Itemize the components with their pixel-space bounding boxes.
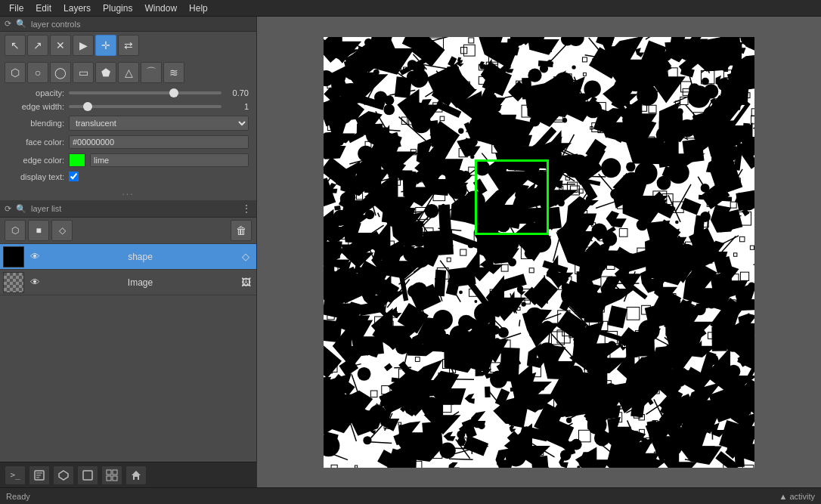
edge-width-label: edge width:: [8, 102, 64, 111]
main-content: ⟳ 🔍 layer controls ↖ ↗ ✕ ▶ ✛ ⇄ ⬡ ○ ◯ ▭ ⬟…: [0, 17, 821, 487]
display-text-row: display text:: [0, 169, 256, 184]
path-btn[interactable]: ≋: [163, 62, 184, 83]
terminal-btn[interactable]: >_: [5, 465, 26, 485]
tool-row-2: ⬡ ○ ◯ ▭ ⬟ △ ⌒ ≋: [0, 59, 256, 86]
edge-width-slider[interactable]: [69, 105, 222, 108]
add-vector-btn[interactable]: ◇: [51, 220, 73, 241]
add-shape-btn[interactable]: ⬡: [5, 62, 26, 83]
more-button[interactable]: ...: [0, 184, 256, 200]
delete-shape-btn[interactable]: ✕: [50, 35, 71, 56]
svg-rect-9: [113, 476, 117, 481]
canvas-container: [324, 37, 754, 468]
opacity-label: opacity:: [8, 88, 64, 97]
layer-image-name: Image: [45, 277, 235, 288]
layer-shape[interactable]: 👁 shape ◇: [0, 244, 256, 270]
status-right: ▲ activity: [779, 492, 815, 501]
script-btn[interactable]: [29, 465, 50, 485]
add-shape-layer-btn[interactable]: ■: [28, 220, 49, 241]
3d-btn[interactable]: [53, 465, 74, 485]
display-text-label: display text:: [8, 172, 64, 181]
menu-layers[interactable]: Layers: [57, 2, 97, 15]
menu-edit[interactable]: Edit: [29, 2, 57, 15]
layer-list-panel: ⟳ 🔍 layer list ⋮ ⬡ ■ ◇ 🗑 👁 shape ◇: [0, 200, 256, 462]
home-btn[interactable]: [125, 465, 147, 485]
menubar: File Edit Layers Plugins Window Help: [0, 0, 821, 17]
freehand-btn[interactable]: △: [118, 62, 139, 83]
status-text: Ready: [6, 492, 30, 501]
brush-btn[interactable]: ⌒: [141, 62, 162, 83]
menu-file[interactable]: File: [3, 2, 29, 15]
refresh-icon[interactable]: ⟳: [5, 19, 11, 29]
ll-refresh-icon[interactable]: ⟳: [5, 204, 11, 214]
layer-image-thumb: [3, 272, 24, 293]
subtract-btn[interactable]: ○: [27, 62, 48, 83]
edge-width-row: edge width: 1: [0, 100, 256, 113]
layer-shape-type-icon: ◇: [238, 249, 253, 264]
layer-list-label: layer list: [31, 204, 61, 213]
menu-plugins[interactable]: Plugins: [97, 2, 138, 15]
layer-list-toolbar: ⬡ ■ ◇ 🗑: [0, 218, 256, 244]
layer-list-dots[interactable]: ⋮: [241, 203, 252, 215]
blending-row: blending: translucent opaque additive mi…: [0, 113, 256, 133]
left-panel: ⟳ 🔍 layer controls ↖ ↗ ✕ ▶ ✛ ⇄ ⬡ ○ ◯ ▭ ⬟…: [0, 17, 257, 487]
main-canvas[interactable]: [324, 37, 754, 468]
svg-rect-8: [107, 476, 111, 481]
menu-help[interactable]: Help: [183, 2, 214, 15]
face-color-label: face color:: [8, 138, 64, 147]
add-points-btn[interactable]: ⬡: [5, 220, 26, 241]
edge-width-value: 1: [226, 102, 249, 111]
grid-btn[interactable]: [101, 465, 122, 485]
display-text-checkbox[interactable]: [69, 172, 79, 181]
layer-image-type-icon: 🖼: [238, 275, 253, 290]
pan-btn[interactable]: ✛: [95, 35, 116, 56]
opacity-row: opacity: 0.70: [0, 86, 256, 100]
activity-label[interactable]: ▲ activity: [779, 492, 815, 501]
layer-image[interactable]: 👁 Image 🖼: [0, 270, 256, 295]
status-bar: Ready ▲ activity: [0, 487, 821, 504]
canvas-area[interactable]: [257, 17, 821, 487]
menu-window[interactable]: Window: [138, 2, 183, 15]
rectangle-btn[interactable]: ▭: [73, 62, 94, 83]
ellipse-btn[interactable]: ◯: [50, 62, 71, 83]
search-icon[interactable]: 🔍: [16, 19, 26, 29]
layer-shape-visibility[interactable]: 👁: [27, 249, 42, 264]
layer-shape-name: shape: [45, 252, 235, 262]
layer-controls-panel: ⟳ 🔍 layer controls ↖ ↗ ✕ ▶ ✛ ⇄ ⬡ ○ ◯ ▭ ⬟…: [0, 17, 256, 200]
move-back-btn[interactable]: ↖: [5, 35, 26, 56]
opacity-slider[interactable]: [69, 91, 222, 94]
polygon-btn[interactable]: ⬟: [95, 62, 116, 83]
move-forward-btn[interactable]: ↗: [27, 35, 48, 56]
edge-color-row: edge color: lime: [0, 151, 256, 169]
layer-shape-thumb: [3, 246, 24, 267]
svg-rect-5: [83, 471, 92, 480]
layer-controls-label: layer controls: [31, 20, 80, 29]
svg-marker-10: [132, 471, 141, 480]
delete-layer-btn[interactable]: 🗑: [231, 220, 252, 241]
edge-color-input[interactable]: lime: [90, 153, 249, 167]
layer-list-header: ⟳ 🔍 layer list ⋮: [0, 200, 256, 218]
tool-row-1: ↖ ↗ ✕ ▶ ✛ ⇄: [0, 32, 256, 59]
bottom-toolbar: >_: [0, 462, 256, 487]
edge-color-label: edge color:: [8, 156, 64, 165]
blending-label: blending:: [8, 119, 64, 128]
transform-btn[interactable]: ⇄: [118, 35, 139, 56]
crop-btn[interactable]: [77, 465, 98, 485]
layer-controls-header: ⟳ 🔍 layer controls: [0, 17, 256, 32]
ll-search-icon[interactable]: 🔍: [16, 204, 26, 214]
face-color-row: face color: #00000000: [0, 133, 256, 151]
svg-marker-4: [59, 471, 68, 480]
blending-select[interactable]: translucent opaque additive minimum maxi…: [69, 116, 249, 131]
edge-color-swatch[interactable]: [69, 153, 85, 167]
layer-image-visibility[interactable]: 👁: [27, 275, 42, 290]
opacity-value: 0.70: [226, 88, 249, 97]
select-btn[interactable]: ▶: [73, 35, 94, 56]
face-color-input[interactable]: #00000000: [69, 135, 249, 149]
svg-rect-7: [113, 470, 117, 475]
svg-rect-6: [107, 470, 111, 475]
